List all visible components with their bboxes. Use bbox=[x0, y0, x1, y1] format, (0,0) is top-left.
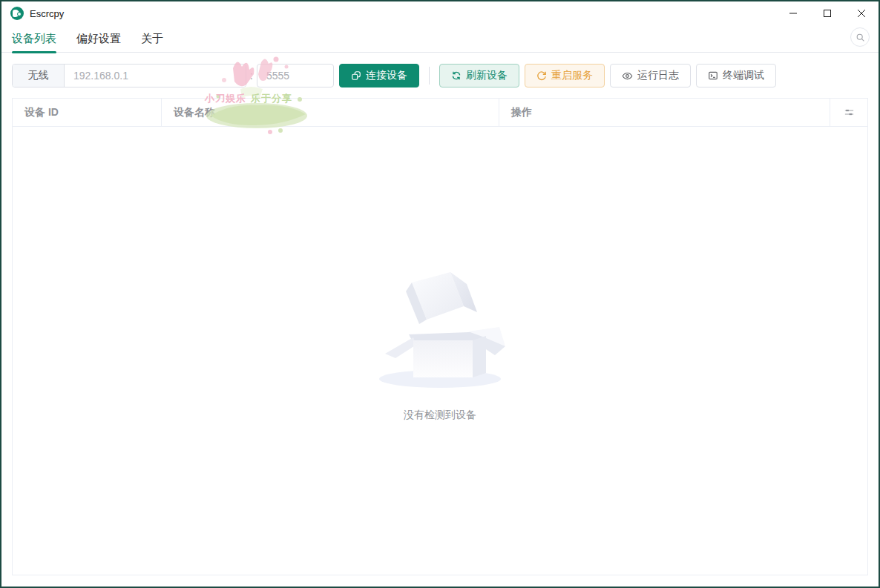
empty-state: 没有检测到设备 bbox=[13, 266, 867, 422]
tab-bar: 设备列表 偏好设置 关于 bbox=[1, 25, 879, 53]
terminal-icon bbox=[708, 70, 718, 81]
escrcpy-logo-icon bbox=[10, 7, 24, 20]
close-button[interactable] bbox=[844, 1, 879, 25]
port-input[interactable] bbox=[257, 64, 334, 87]
refresh-devices-button[interactable]: 刷新设备 bbox=[439, 64, 519, 87]
search-icon bbox=[856, 33, 865, 42]
table-header-row: 设备 ID 设备名称 操作 bbox=[13, 99, 867, 127]
tab-device-list[interactable]: 设备列表 bbox=[12, 25, 56, 53]
title-bar: Escrcpy bbox=[1, 1, 879, 25]
restart-service-button[interactable]: 重启服务 bbox=[525, 64, 605, 87]
search-button[interactable] bbox=[850, 27, 870, 47]
refresh-icon bbox=[451, 70, 462, 81]
terminal-debug-button[interactable]: 终端调试 bbox=[696, 64, 776, 87]
run-logs-button[interactable]: 运行日志 bbox=[610, 64, 691, 87]
column-header-device-id: 设备 ID bbox=[13, 99, 162, 126]
connection-toolbar: 无线 : 连接设备 刷新设备 重启服务 bbox=[12, 64, 868, 87]
eye-icon bbox=[622, 70, 633, 82]
column-settings-button[interactable] bbox=[830, 99, 867, 126]
window-controls bbox=[776, 1, 879, 25]
connect-device-button[interactable]: 连接设备 bbox=[339, 64, 419, 87]
tab-preferences[interactable]: 偏好设置 bbox=[76, 25, 121, 53]
window-title: Escrcpy bbox=[30, 8, 64, 19]
column-header-device-name: 设备名称 bbox=[162, 99, 499, 126]
empty-box-illustration bbox=[373, 266, 507, 389]
wireless-address-group: 无线 bbox=[12, 64, 246, 87]
tab-about[interactable]: 关于 bbox=[141, 25, 163, 53]
device-table: 设备 ID 设备名称 操作 bbox=[12, 98, 868, 575]
sliders-icon bbox=[844, 107, 855, 118]
app-window: Escrcpy 设备列表 偏好设置 关于 无线 : bbox=[0, 0, 880, 588]
toolbar-divider bbox=[429, 67, 430, 85]
column-header-actions: 操作 bbox=[499, 99, 830, 126]
ip-address-input[interactable] bbox=[65, 65, 246, 87]
minimize-button[interactable] bbox=[776, 1, 810, 25]
port-separator: : bbox=[250, 70, 253, 82]
wireless-label: 无线 bbox=[13, 65, 65, 87]
maximize-button[interactable] bbox=[810, 1, 844, 25]
empty-state-text: 没有检测到设备 bbox=[404, 409, 476, 422]
restart-icon bbox=[536, 70, 547, 81]
link-icon bbox=[351, 70, 361, 81]
